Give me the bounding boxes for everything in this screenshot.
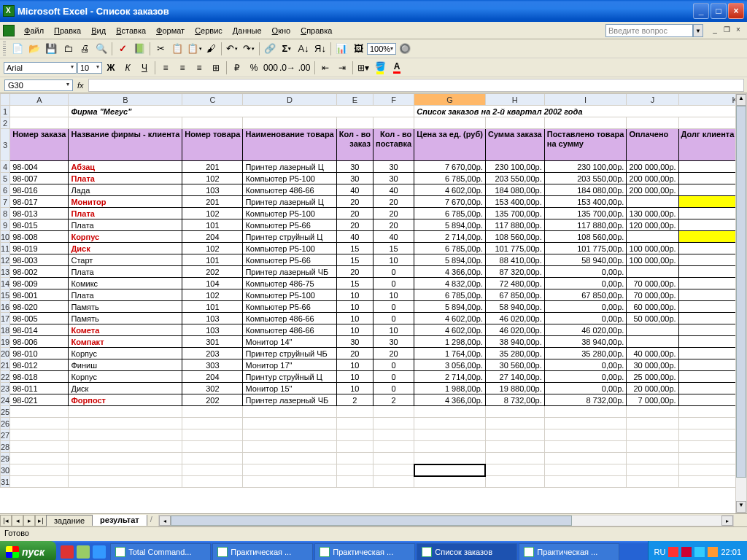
table-cell[interactable]: 0,00р. bbox=[544, 313, 627, 324]
permission-button[interactable]: 🗀 bbox=[60, 41, 76, 57]
table-cell[interactable]: 102 bbox=[182, 208, 243, 219]
col-header-A[interactable]: A bbox=[10, 94, 69, 106]
cell[interactable] bbox=[182, 476, 243, 488]
table-cell[interactable]: 153 400,00р. bbox=[544, 196, 627, 208]
cell[interactable] bbox=[414, 406, 486, 418]
maximize-button[interactable]: □ bbox=[711, 3, 727, 19]
table-cell[interactable]: 67 850,00р. bbox=[544, 289, 627, 301]
table-cell[interactable]: 117 880,00р. bbox=[544, 219, 627, 231]
table-cell[interactable]: Принтер лазерный Ц bbox=[243, 196, 336, 208]
cell[interactable] bbox=[182, 464, 243, 476]
font-color-button[interactable]: A bbox=[389, 60, 405, 76]
table-cell[interactable]: 7 670,00р. bbox=[414, 196, 486, 208]
table-cell[interactable]: Компьютер Р5-100 bbox=[243, 289, 336, 301]
font-name-combo[interactable]: Arial▾ bbox=[4, 62, 77, 74]
table-cell[interactable]: 102 bbox=[182, 173, 243, 184]
cell[interactable] bbox=[374, 406, 414, 418]
tray-shield-icon[interactable] bbox=[708, 547, 718, 557]
taskbar-task[interactable]: Список заказов bbox=[417, 543, 517, 560]
row-header-6[interactable]: 6 bbox=[1, 184, 10, 196]
table-cell[interactable]: 20 bbox=[374, 219, 414, 231]
cell[interactable] bbox=[485, 429, 544, 441]
table-cell[interactable]: 230 100,00р. bbox=[544, 161, 627, 173]
table-cell[interactable]: 7 000,00р. bbox=[627, 394, 678, 406]
table-cell[interactable]: 98-009 bbox=[10, 278, 69, 289]
help-search-input[interactable] bbox=[605, 24, 693, 37]
table-cell[interactable]: 184 080,00р. bbox=[485, 184, 544, 196]
new-button[interactable]: 📄 bbox=[9, 41, 26, 57]
table-cell[interactable]: 35 280,00р. bbox=[485, 348, 544, 359]
table-cell[interactable]: 67 850,00р. bbox=[485, 289, 544, 301]
table-cell[interactable]: 4 366,00р. bbox=[414, 394, 486, 406]
cell[interactable] bbox=[69, 406, 182, 418]
table-cell[interactable]: 20 bbox=[374, 196, 414, 208]
menu-правка[interactable]: Правка bbox=[50, 25, 85, 36]
table-cell[interactable]: 30 bbox=[336, 161, 373, 173]
hyperlink-button[interactable]: 🔗 bbox=[262, 41, 278, 57]
menu-вид[interactable]: Вид bbox=[87, 25, 110, 36]
table-cell[interactable] bbox=[627, 231, 678, 243]
table-cell[interactable]: 70 000,00р. bbox=[627, 289, 678, 301]
table-cell[interactable]: 10 bbox=[336, 289, 373, 301]
table-cell[interactable]: 30 bbox=[374, 336, 414, 348]
menu-данные[interactable]: Данные bbox=[228, 25, 266, 36]
table-cell[interactable]: Компьютер Р5-66 bbox=[243, 219, 336, 231]
table-cell[interactable]: 8 732,00р. bbox=[544, 394, 627, 406]
table-cell[interactable]: 98-010 bbox=[10, 348, 69, 359]
cell[interactable] bbox=[10, 476, 69, 488]
cell[interactable] bbox=[336, 464, 373, 476]
table-cell[interactable]: 200 000,00р. bbox=[627, 184, 678, 196]
tab-first-button[interactable]: |◂ bbox=[0, 515, 12, 526]
name-box[interactable]: G30▾ bbox=[4, 79, 73, 91]
table-cell[interactable]: 58 940,00р. bbox=[485, 301, 544, 313]
col-header-D[interactable]: D bbox=[243, 94, 336, 106]
table-cell[interactable]: 98-013 bbox=[10, 208, 69, 219]
table-cell[interactable]: 30 bbox=[336, 336, 373, 348]
copy-button[interactable]: 📋 bbox=[169, 41, 185, 57]
clock[interactable]: 22:01 bbox=[721, 548, 741, 556]
table-cell[interactable]: 19 880,00р. bbox=[485, 383, 544, 394]
cell[interactable] bbox=[485, 418, 544, 429]
col-header-B[interactable]: B bbox=[69, 94, 182, 106]
table-cell[interactable]: 98-018 bbox=[10, 371, 69, 383]
fill-color-button[interactable]: 🪣 bbox=[372, 60, 388, 76]
table-cell[interactable]: Память bbox=[69, 313, 182, 324]
table-cell[interactable]: Плата bbox=[69, 208, 182, 219]
table-cell[interactable]: 301 bbox=[182, 336, 243, 348]
table-cell[interactable] bbox=[627, 196, 678, 208]
table-cell[interactable]: 30 560,00р. bbox=[485, 359, 544, 371]
scroll-left-arrow[interactable]: ◂ bbox=[159, 516, 171, 526]
table-cell[interactable]: 88 410,00р. bbox=[485, 254, 544, 266]
table-cell[interactable]: 87 320,00р. bbox=[485, 266, 544, 278]
cell[interactable] bbox=[69, 429, 182, 441]
table-cell[interactable]: 5 894,00р. bbox=[414, 301, 486, 313]
table-cell[interactable]: 4 366,00р. bbox=[414, 266, 486, 278]
table-cell[interactable]: Компьютер 486-66 bbox=[243, 184, 336, 196]
cell[interactable] bbox=[374, 429, 414, 441]
table-cell[interactable]: 98-005 bbox=[10, 313, 69, 324]
cell[interactable] bbox=[336, 406, 373, 418]
table-cell[interactable]: 60 000,00р. bbox=[627, 301, 678, 313]
cell[interactable] bbox=[544, 441, 627, 453]
close-button[interactable]: × bbox=[728, 3, 744, 19]
table-cell[interactable]: 98-021 bbox=[10, 394, 69, 406]
table-cell[interactable]: Принтер лазерный Ц bbox=[243, 161, 336, 173]
table-cell[interactable]: 98-002 bbox=[10, 266, 69, 278]
font-size-combo[interactable]: 10▾ bbox=[77, 62, 102, 74]
cell[interactable] bbox=[627, 464, 678, 476]
mdi-restore-button[interactable]: ❐ bbox=[721, 26, 732, 36]
table-cell[interactable]: 6 785,00р. bbox=[414, 173, 486, 184]
cell[interactable] bbox=[69, 453, 182, 464]
table-cell[interactable]: 20 bbox=[374, 208, 414, 219]
table-cell[interactable]: 108 560,00р. bbox=[485, 231, 544, 243]
currency-button[interactable]: ₽ bbox=[229, 60, 245, 76]
borders-button[interactable]: ⊞▾ bbox=[355, 60, 371, 76]
spreadsheet-grid[interactable]: ABCDEFGHIJKLM1Фирма "Мегус"Список заказо… bbox=[0, 93, 747, 488]
table-cell[interactable]: 58 940,00р. bbox=[544, 254, 627, 266]
table-cell[interactable]: 46 020,00р. bbox=[485, 324, 544, 336]
cell[interactable] bbox=[243, 476, 336, 488]
table-cell[interactable]: Старт bbox=[69, 254, 182, 266]
table-cell[interactable]: 120 000,00р. bbox=[627, 219, 678, 231]
table-cell[interactable]: Комикс bbox=[69, 278, 182, 289]
scroll-up-arrow[interactable]: ▲ bbox=[736, 94, 746, 106]
